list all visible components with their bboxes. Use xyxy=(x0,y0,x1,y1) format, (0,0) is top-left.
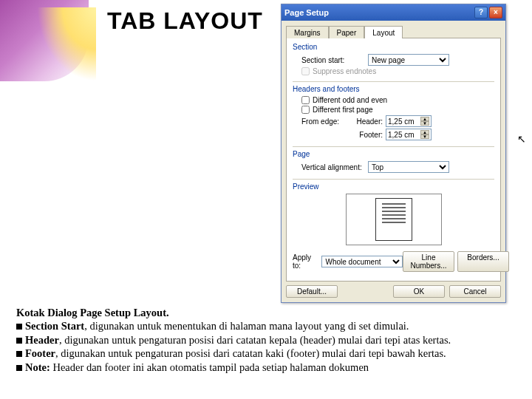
spinner-arrows-icon[interactable]: ▲▼ xyxy=(420,130,429,139)
header-spinner[interactable]: 1,25 cm ▲▼ xyxy=(386,115,432,127)
section-start-select[interactable]: New page xyxy=(368,54,449,66)
close-button[interactable]: × xyxy=(489,7,502,18)
footer-spinner[interactable]: 1,25 cm ▲▼ xyxy=(386,129,432,140)
section-start-label: Section start: xyxy=(301,56,368,64)
body-text: Kotak Dialog Page Setup Layout. Section … xyxy=(16,307,519,375)
cancel-button[interactable]: Cancel xyxy=(449,285,501,298)
dialog-titlebar[interactable]: Page Setup ? × xyxy=(282,4,505,21)
tab-paper[interactable]: Paper xyxy=(329,26,365,38)
suppress-endnotes-checkbox xyxy=(301,67,310,75)
body-heading: Kotak Dialog Page Setup Layout. xyxy=(16,307,169,318)
slide-decoration xyxy=(0,0,89,81)
dialog-panel: Section Section start: New page Suppress… xyxy=(286,38,501,282)
bullet-icon xyxy=(16,365,22,371)
diff-first-page-label: Different first page xyxy=(313,106,373,114)
bullet-icon xyxy=(16,338,22,344)
group-headers-footers: Headers and footers Different odd and ev… xyxy=(293,85,494,140)
group-headers-title: Headers and footers xyxy=(293,85,494,93)
dialog-title: Page Setup xyxy=(284,8,329,17)
separator xyxy=(293,146,494,147)
tab-margins[interactable]: Margins xyxy=(286,26,329,38)
preview-page-icon xyxy=(375,198,412,241)
apply-to-select[interactable]: Whole document xyxy=(321,256,403,267)
group-page-title: Page xyxy=(293,150,494,158)
preview-box xyxy=(346,194,442,245)
group-preview: Preview xyxy=(293,183,494,245)
diff-first-page-checkbox[interactable] xyxy=(301,106,310,114)
suppress-endnotes-label: Suppress endnotes xyxy=(313,67,376,75)
dialog-tabs: Margins Paper Layout xyxy=(286,25,501,38)
borders-button[interactable]: Borders... xyxy=(457,251,509,272)
line-numbers-button[interactable]: Line Numbers... xyxy=(403,251,454,272)
slide-title: TAB LAYOUT xyxy=(107,7,263,35)
header-label: Header: xyxy=(346,117,383,126)
separator xyxy=(293,81,494,82)
diff-odd-even-checkbox[interactable] xyxy=(301,96,310,104)
ok-button[interactable]: OK xyxy=(393,285,445,298)
group-preview-title: Preview xyxy=(293,183,494,191)
apply-to-label: Apply to: xyxy=(293,253,318,270)
footer-value: 1,25 cm xyxy=(388,131,415,139)
from-edge-label: From edge: xyxy=(301,117,346,126)
footer-label: Footer: xyxy=(346,131,383,139)
separator xyxy=(293,179,494,180)
group-section: Section Section start: New page Suppress… xyxy=(293,43,494,75)
group-section-title: Section xyxy=(293,43,494,51)
valign-label: Vertical alignment: xyxy=(301,163,368,171)
group-page: Page Vertical alignment: Top xyxy=(293,150,494,173)
diff-odd-even-label: Different odd and even xyxy=(313,96,387,104)
cursor-icon: ↖ xyxy=(517,133,526,145)
header-value: 1,25 cm xyxy=(388,117,415,126)
bullet-icon xyxy=(16,324,22,330)
spinner-arrows-icon[interactable]: ▲▼ xyxy=(420,117,429,126)
tab-layout[interactable]: Layout xyxy=(364,26,403,38)
valign-select[interactable]: Top xyxy=(368,161,449,173)
bullet-icon xyxy=(16,351,22,357)
page-setup-dialog: Page Setup ? × Margins Paper Layout Sect… xyxy=(281,4,506,303)
help-button[interactable]: ? xyxy=(474,7,488,18)
default-button[interactable]: Default... xyxy=(286,285,338,298)
